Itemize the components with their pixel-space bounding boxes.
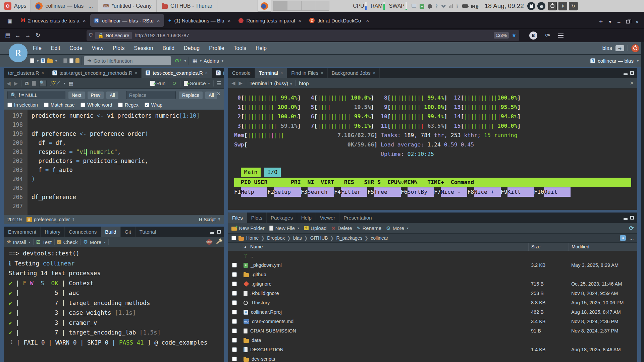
tray-volume-icon[interactable]: )))	[471, 3, 478, 9]
reload-icon[interactable]: ↻	[33, 32, 43, 39]
file-name[interactable]: collinear.Rproj	[251, 309, 282, 315]
editor-line[interactable]: 203 f = f_auto	[4, 166, 224, 175]
upload-button[interactable]: ⇧Upload	[304, 225, 327, 231]
breadcrumb-item[interactable]: Dropbox	[267, 235, 285, 241]
tab-close-icon[interactable]: ×	[82, 18, 87, 23]
tab-history[interactable]: History	[41, 227, 65, 237]
column-size[interactable]: Size	[528, 243, 569, 251]
menu-tools[interactable]: Tools	[229, 45, 251, 51]
file-name[interactable]: _pkgdown.yml	[251, 262, 282, 268]
find-next-button[interactable]: Next	[68, 91, 85, 99]
popout-icon[interactable]: ⧉	[25, 80, 29, 86]
editor-line[interactable]: 199df_preference <- preference_order(	[4, 129, 224, 138]
scope-selector[interactable]: # preference_order ⇕	[26, 217, 75, 222]
install-button[interactable]: ⚒Install▾	[7, 239, 31, 245]
editor-line[interactable]: 201 response = "vi_numeric",	[4, 147, 224, 157]
file-checkbox[interactable]	[232, 310, 237, 314]
find-option[interactable]: Whole word	[80, 102, 112, 108]
terminal-session-selector[interactable]: Terminal 1 (busy) ▾	[250, 80, 292, 86]
source-tab[interactable]: Rtest-code_examples.R×	[142, 68, 212, 78]
back-icon[interactable]: ◀	[7, 80, 11, 86]
zoom-level-badge[interactable]: 133%	[494, 32, 509, 39]
window-button[interactable]: collinear — blas · ...	[30, 0, 98, 12]
editor-line[interactable]: 207	[4, 202, 224, 211]
file-row[interactable]: CRAN-SUBMISSION91 BNov 8, 2024, 2:37 PM	[228, 326, 637, 336]
editor-line[interactable]: 204)	[4, 175, 224, 184]
minimize-pane-icon[interactable]	[624, 218, 628, 220]
url-text[interactable]: http://192.168.1.69:8787	[135, 33, 491, 38]
file-checkbox[interactable]	[232, 347, 237, 352]
checkbox[interactable]	[7, 103, 12, 107]
tray-media-icon[interactable]	[412, 3, 416, 9]
minimize-pane-icon[interactable]	[624, 73, 628, 75]
menu-code[interactable]: Code	[65, 45, 87, 51]
htop-tab-io[interactable]: I/O	[264, 168, 281, 177]
bookmark-star-icon[interactable]: ★	[512, 32, 517, 39]
workspace-cell[interactable]	[302, 1, 316, 10]
code-editor[interactable]: 197predictors_numeric <- vi_predictors_n…	[4, 110, 224, 215]
quit-session-icon[interactable]	[631, 44, 639, 52]
file-row[interactable]: .Rhistory8.8 KBAug 15, 2025, 10:06 PM	[228, 298, 637, 307]
tab-tutorial[interactable]: Tutorial	[136, 227, 160, 237]
file-row[interactable]: ≡_pkgdown.yml3.2 KBMay 3, 2025, 8:29 AM	[228, 260, 637, 270]
firefox-launcher[interactable]	[258, 0, 271, 12]
file-name[interactable]: .gitignore	[252, 281, 272, 287]
tab-close-icon[interactable]: ×	[321, 70, 323, 75]
clear-build-icon[interactable]	[216, 240, 221, 244]
tab-find-in-files[interactable]: Find in Files×	[287, 68, 327, 78]
tab-packages[interactable]: Packages	[267, 213, 297, 223]
checkbox[interactable]	[44, 103, 49, 107]
window-button[interactable]: GITHUB - Thunar	[157, 0, 217, 12]
editor-line[interactable]: 205	[4, 184, 224, 193]
code-tools-icon[interactable]: 🪄⟋	[50, 80, 60, 86]
find-all-button[interactable]: All	[106, 91, 119, 99]
panes-layout-icon[interactable]: ▦	[193, 58, 197, 64]
goto-file-box[interactable]: ➜	[84, 56, 171, 65]
r-project-icon[interactable]: R	[620, 235, 626, 241]
replace-input-box[interactable]	[126, 91, 176, 99]
tray-dropbox-icon[interactable]	[441, 3, 446, 9]
checkbox[interactable]: ✓	[145, 103, 149, 107]
replace-all-button[interactable]: All	[205, 91, 218, 99]
close-icon[interactable]: ×	[636, 19, 639, 25]
breadcrumb-item[interactable]: GITHUB	[310, 235, 328, 241]
more-path-icon[interactable]: …	[629, 235, 634, 241]
editor-line[interactable]: 206df_preference	[4, 193, 224, 202]
editor-line[interactable]: 197predictors_numeric <- vi_predictors_n…	[4, 111, 224, 120]
more-button[interactable]: ⚙More▾	[386, 225, 409, 231]
tab-close-icon[interactable]: ×	[135, 70, 138, 75]
workspace-cell[interactable]	[287, 1, 302, 10]
file-name[interactable]: .github	[252, 272, 266, 277]
shield-icon[interactable]: ⛉	[89, 33, 93, 38]
fkey-f6[interactable]: F6SortBy	[401, 187, 434, 197]
file-name[interactable]: .Rbuildignore	[250, 291, 279, 296]
not-secure-badge[interactable]: 🔓 Not Secure	[95, 32, 132, 39]
rename-button[interactable]: ✎Rename	[357, 225, 382, 231]
file-checkbox[interactable]	[232, 272, 237, 277]
sidebar-icon[interactable]: ▤	[3, 32, 13, 39]
fkey-f3[interactable]: F3Search	[301, 187, 334, 197]
url-bar[interactable]: ⛉ 🔓 Not Secure http://192.168.1.69:8787 …	[87, 30, 519, 41]
fkey-f5[interactable]: F5Tree	[367, 187, 400, 197]
file-row[interactable]: MDcran-comments.md3.4 KBNov 8, 2024, 2:3…	[228, 317, 637, 326]
tab-build[interactable]: Build	[101, 227, 120, 237]
file-row[interactable]: ⇧..	[228, 251, 637, 260]
htop-output[interactable]: 0[|||||||||| 99.4%] 4[||||||||| 100.0%] …	[228, 88, 637, 210]
monitor-ram[interactable]: RAM	[369, 2, 386, 10]
breadcrumb-item[interactable]: Home	[246, 235, 259, 241]
file-name[interactable]: .Rhistory	[251, 300, 270, 305]
tab-environment[interactable]: Environment	[4, 227, 41, 237]
source-tab[interactable]: Rindividua	[212, 68, 224, 78]
screen-lock-icon[interactable]	[527, 2, 535, 10]
find-option[interactable]: Regex	[118, 102, 138, 108]
file-row[interactable]: Rcollinear.Rproj462 BAug 18, 2025, 8:47 …	[228, 307, 637, 317]
browser-tab[interactable]: ✦(1) Notifications — Blu×	[165, 14, 235, 27]
workspace-cell[interactable]	[315, 1, 329, 10]
file-row[interactable]: DESCRIPTION1.4 KBAug 18, 2025, 8:46 AM	[228, 345, 637, 354]
addins-label[interactable]: Addins	[204, 58, 219, 64]
find-option[interactable]: Match case	[44, 102, 75, 108]
column-name[interactable]: ▲Name	[241, 243, 528, 251]
find-prev-button[interactable]: Prev	[87, 91, 104, 99]
new-file-button[interactable]: New File▾	[269, 225, 299, 231]
file-row[interactable]: .Rbuildignore253 BNov 8, 2024, 9:59 AM	[228, 289, 637, 298]
